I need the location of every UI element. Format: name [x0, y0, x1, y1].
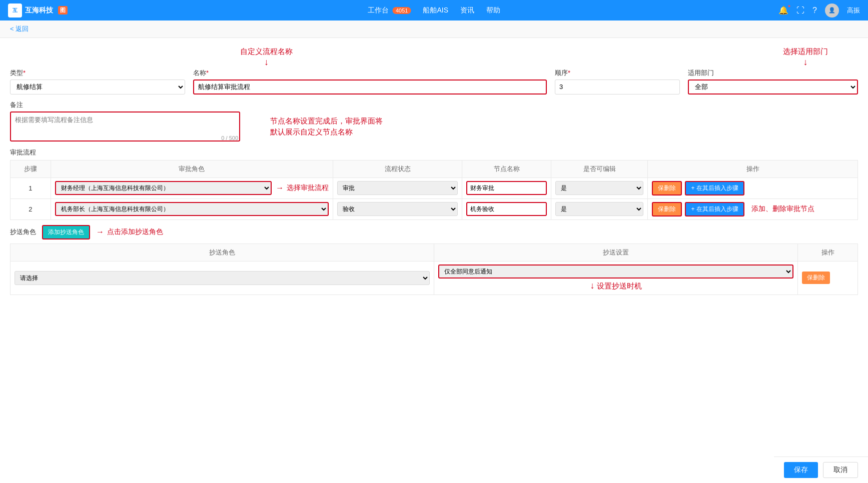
status-cell-2: 验收	[333, 198, 462, 220]
status-select-2[interactable]: 验收	[337, 202, 458, 216]
question-icon[interactable]: ?	[812, 6, 817, 15]
annotation-add-cc: → 点击添加抄送角色	[96, 228, 163, 236]
col-editable: 是否可编辑	[551, 160, 648, 178]
header-actions: 🔔● ⛶ ? 👤 高振	[778, 4, 860, 18]
name-group: 名称*	[193, 68, 547, 94]
insert-after-btn-1[interactable]: + 在其后插入步骤	[685, 181, 744, 196]
annotation-cc-timing: ↓ 设置抄送时机	[590, 282, 641, 290]
annotation-node-name: 节点名称设置完成后，审批界面将 默认展示自定义节点名称	[270, 116, 383, 138]
name-input[interactable]	[193, 80, 547, 94]
editable-select-1[interactable]: 是	[555, 181, 644, 195]
role-cell-2: 机务部长（上海互海信息科技有限公司）	[51, 198, 333, 220]
cc-col-role: 抄送角色	[11, 244, 434, 261]
type-label: 类型*	[10, 68, 185, 78]
annotation-add-delete: 添加、删除审批节点	[751, 204, 814, 214]
nav-item-workbench[interactable]: 工作台 4051	[368, 6, 411, 15]
nav-item-ais[interactable]: 船舶AIS	[423, 6, 448, 15]
approval-table: 步骤 审批角色 流程状态 节点名称 是否可编辑 操作 1 财务经理（上海互海信息…	[10, 160, 858, 220]
col-action: 操作	[648, 160, 858, 178]
page-content: 自定义流程名称 ↓ 选择适用部门 ↓ 类型* 航修结算 名称*	[0, 38, 868, 303]
type-select[interactable]: 航修结算	[10, 80, 185, 94]
role-select-2[interactable]: 机务部长（上海互海信息科技有限公司）	[55, 202, 329, 216]
app-header: 互 互海科技 图 工作台 4051 船舶AIS 资讯 帮助 🔔● ⛶ ? 👤 高…	[0, 0, 868, 20]
action-btns-1: 保删除 + 在其后插入步骤	[652, 181, 853, 196]
col-node: 节点名称	[462, 160, 551, 178]
remark-section: 备注 0 / 500	[10, 100, 240, 143]
col-status: 流程状态	[333, 160, 462, 178]
username: 高振	[847, 6, 860, 15]
bell-icon[interactable]: 🔔●	[778, 6, 788, 15]
action-cell-1: 保删除 + 在其后插入步骤	[648, 178, 858, 198]
dept-group: 适用部门 全部	[688, 68, 858, 94]
col-step: 步骤	[11, 160, 51, 178]
cc-table-row: 请选择 仅全部同意后通知 ↓	[11, 261, 858, 295]
editable-cell-1: 是	[551, 178, 648, 198]
node-cell-2	[462, 198, 551, 220]
node-input-2[interactable]	[466, 202, 546, 216]
add-cc-button[interactable]: 添加抄送角色	[42, 225, 90, 240]
cc-action-cell: 保删除	[798, 261, 858, 295]
logo: 互 互海科技 图	[8, 4, 68, 18]
action-cell-2: 保删除 + 在其后插入步骤 添加、删除审批节点	[648, 198, 858, 220]
logo-text: 互海科技	[25, 6, 53, 15]
cc-table: 抄送角色 抄送设置 操作 请选择	[10, 244, 858, 296]
annotation-flow-name: 自定义流程名称 ↓	[240, 46, 293, 66]
delete-btn-2[interactable]: 保删除	[652, 202, 682, 216]
order-group: 顺序*	[555, 68, 680, 94]
nav-item-news[interactable]: 资讯	[460, 6, 474, 15]
role-cell-1: 财务经理（上海互海信息科技有限公司） → 选择审批流程	[51, 178, 333, 198]
annotation-select-approval: → 选择审批流程	[276, 184, 329, 192]
cc-label: 抄送角色	[10, 228, 36, 236]
order-input[interactable]	[555, 80, 680, 94]
node-input-1[interactable]	[466, 181, 546, 195]
status-select-1[interactable]: 审批	[337, 181, 458, 195]
action-btns-2: 保删除 + 在其后插入步骤	[652, 202, 744, 216]
table-row: 2 机务部长（上海互海信息科技有限公司） 验收	[11, 198, 858, 220]
cc-delete-btn[interactable]: 保删除	[802, 272, 830, 284]
type-group: 类型* 航修结算	[10, 68, 185, 94]
cc-section: 抄送角色 添加抄送角色 → 点击添加抄送角色 抄送角色 抄送设置 操作	[10, 225, 858, 296]
cc-setting-select[interactable]: 仅全部同意后通知	[438, 264, 793, 278]
dept-select[interactable]: 全部	[688, 80, 858, 94]
col-role: 审批角色	[51, 160, 333, 178]
save-button[interactable]: 保存	[784, 462, 818, 478]
delete-btn-1[interactable]: 保删除	[652, 181, 682, 196]
node-cell-1	[462, 178, 551, 198]
back-button[interactable]: < 返回	[0, 20, 868, 38]
cancel-button[interactable]: 取消	[823, 462, 858, 478]
cc-setting-cell: 仅全部同意后通知 ↓ 设置抄送时机	[434, 261, 798, 295]
insert-after-btn-2[interactable]: + 在其后插入步骤	[685, 202, 744, 216]
step-1: 1	[11, 178, 51, 198]
cc-role-cell: 请选择	[11, 261, 434, 295]
logo-icon: 互	[8, 4, 22, 18]
expand-icon[interactable]: ⛶	[796, 6, 804, 15]
avatar[interactable]: 👤	[825, 4, 839, 18]
name-label: 名称*	[193, 68, 547, 78]
cc-col-setting: 抄送设置	[434, 244, 798, 261]
cc-role-select[interactable]: 请选择	[15, 271, 430, 285]
approval-flow-title: 审批流程	[10, 148, 858, 157]
editable-cell-2: 是	[551, 198, 648, 220]
workbench-badge: 4051	[393, 7, 411, 14]
remark-textarea[interactable]	[10, 112, 240, 142]
main-content: < 返回 自定义流程名称 ↓ 选择适用部门 ↓ 类型* 航修结算	[0, 20, 868, 483]
order-label: 顺序*	[555, 68, 680, 78]
main-nav: 工作台 4051 船舶AIS 资讯 帮助	[368, 6, 500, 15]
cc-header-row: 抄送角色 添加抄送角色 → 点击添加抄送角色	[10, 225, 858, 240]
step-2: 2	[11, 198, 51, 220]
dept-label: 适用部门	[688, 68, 858, 78]
char-count: 0 / 500	[221, 135, 238, 141]
annotation-dept: 选择适用部门 ↓	[783, 46, 828, 66]
table-row: 1 财务经理（上海互海信息科技有限公司） → 选择审批流程	[11, 178, 858, 198]
cc-col-action: 操作	[798, 244, 858, 261]
role-select-1[interactable]: 财务经理（上海互海信息科技有限公司）	[55, 181, 272, 195]
form-row-1: 类型* 航修结算 名称* 顺序* 适用部门	[10, 68, 858, 94]
editable-select-2[interactable]: 是	[555, 202, 644, 216]
remark-label: 备注	[10, 100, 240, 110]
status-cell-1: 审批	[333, 178, 462, 198]
footer-buttons: 保存 取消	[774, 456, 868, 483]
nav-item-help[interactable]: 帮助	[486, 6, 500, 15]
logo-badge: 图	[58, 6, 68, 14]
